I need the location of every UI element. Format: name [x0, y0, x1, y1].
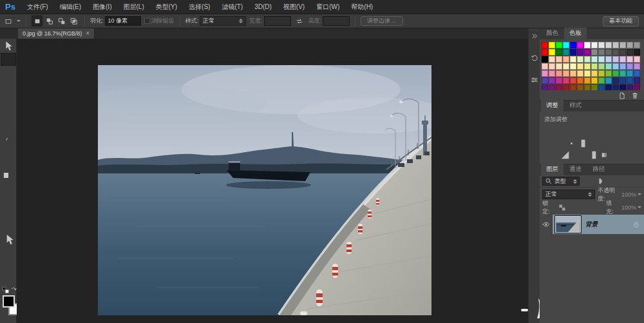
menu-item-7[interactable]: 3D(D) [249, 0, 278, 14]
photo-filter-adjustment-button[interactable] [593, 139, 604, 148]
channel-mixer-adjustment-button[interactable] [607, 139, 618, 148]
dodge-tool[interactable] [1, 195, 16, 208]
menu-item-2[interactable]: 图像(I) [87, 0, 117, 14]
feather-input[interactable]: 10 像素 [105, 16, 141, 26]
swatch-21[interactable] [591, 49, 598, 55]
swatch-14[interactable] [542, 49, 548, 55]
swatch-54[interactable] [627, 63, 633, 70]
swatch-20[interactable] [584, 49, 591, 55]
swatch-4[interactable] [570, 42, 576, 48]
swatch-38[interactable] [612, 56, 619, 63]
pen-tool[interactable] [1, 208, 16, 220]
color-lookup-adjustment-button[interactable] [620, 139, 631, 148]
swatch-41[interactable] [634, 56, 640, 63]
swatch-43[interactable] [549, 63, 555, 70]
swatch-76[interactable] [584, 77, 591, 84]
filter-shape-layers-icon[interactable] [616, 177, 626, 186]
menu-item-1[interactable]: 编辑(E) [54, 0, 87, 14]
swatch-2[interactable] [556, 42, 562, 48]
swatch-89[interactable] [577, 84, 583, 90]
swatch-86[interactable] [556, 84, 562, 90]
swatch-48[interactable] [584, 63, 591, 70]
color-balance-adjustment-button[interactable] [566, 139, 577, 148]
fill-value[interactable]: 100% [621, 204, 641, 211]
filter-pixel-layers-icon[interactable] [583, 177, 593, 186]
swatch-83[interactable] [634, 77, 640, 84]
refine-edge-button[interactable]: 调整边缘 ... [361, 16, 403, 26]
swatch-19[interactable] [577, 49, 583, 55]
intersect-selection-button[interactable] [68, 15, 79, 26]
threshold-adjustment-button[interactable] [587, 150, 598, 160]
history-panel-icon[interactable] [529, 53, 540, 63]
swatch-25[interactable] [620, 49, 626, 55]
filter-adjustment-layers-icon[interactable] [594, 177, 604, 186]
swatch-17[interactable] [563, 49, 569, 55]
swatch-71[interactable] [549, 77, 555, 84]
swatch-63[interactable] [591, 70, 598, 77]
new-swatch-icon[interactable] [618, 92, 626, 99]
swatch-56[interactable] [542, 70, 548, 77]
levels-adjustment-button[interactable] [573, 127, 584, 137]
swatch-61[interactable] [577, 70, 583, 77]
swatch-50[interactable] [598, 63, 605, 70]
swatch-34[interactable] [584, 56, 591, 63]
spot-healing-brush-tool[interactable] [1, 117, 16, 130]
swatch-81[interactable] [620, 77, 626, 84]
swatch-42[interactable] [542, 63, 548, 70]
swatch-67[interactable] [620, 70, 626, 77]
swatch-70[interactable] [542, 77, 548, 84]
swatch-82[interactable] [627, 77, 633, 84]
swatch-8[interactable] [598, 42, 605, 48]
blur-tool[interactable] [1, 182, 16, 195]
menu-item-9[interactable]: 窗口(W) [310, 0, 345, 14]
posterize-adjustment-button[interactable] [573, 150, 584, 160]
swatch-52[interactable] [612, 63, 619, 70]
swatch-30[interactable] [556, 56, 562, 63]
swatch-85[interactable] [549, 84, 555, 90]
swatch-45[interactable] [563, 63, 569, 70]
swatch-95[interactable] [620, 84, 626, 90]
layer-visibility-toggle[interactable] [540, 215, 553, 234]
swatch-84[interactable] [542, 84, 548, 90]
swatch-33[interactable] [577, 56, 583, 63]
swatch-93[interactable] [605, 84, 612, 90]
menu-item-8[interactable]: 视图(V) [278, 0, 310, 14]
eyedropper-tool[interactable] [1, 104, 16, 117]
selective-color-adjustment-button[interactable] [614, 150, 625, 160]
swap-colors-icon[interactable] [10, 286, 17, 294]
swap-width-height-button[interactable] [294, 15, 305, 26]
delete-swatch-icon[interactable] [631, 92, 639, 99]
swatch-28[interactable] [542, 56, 548, 63]
lock-transparency-button[interactable] [558, 203, 567, 212]
swatch-88[interactable] [570, 84, 576, 90]
subtract-from-selection-button[interactable] [56, 15, 67, 26]
path-selection-tool[interactable] [1, 233, 16, 246]
brightness-contrast-adjustment-button[interactable] [560, 127, 571, 137]
width-input[interactable] [264, 16, 291, 26]
swatch-90[interactable] [584, 84, 591, 90]
add-to-selection-button[interactable] [44, 15, 55, 26]
swatch-87[interactable] [563, 84, 569, 90]
swatch-44[interactable] [556, 63, 562, 70]
gradient-tool[interactable] [1, 169, 16, 182]
vibrance-adjustment-button[interactable] [614, 127, 625, 137]
swatch-64[interactable] [598, 70, 605, 77]
curves-adjustment-button[interactable] [587, 127, 598, 137]
swatch-29[interactable] [549, 56, 555, 63]
swatch-16[interactable] [556, 49, 562, 55]
height-input[interactable] [323, 16, 350, 26]
swatch-36[interactable] [598, 56, 605, 63]
swatch-23[interactable] [605, 49, 612, 55]
swatch-77[interactable] [591, 77, 598, 84]
swatch-59[interactable] [563, 70, 569, 77]
filter-smart-objects-icon[interactable] [627, 177, 637, 186]
swatch-79[interactable] [605, 77, 612, 84]
swatch-65[interactable] [605, 70, 612, 77]
swatch-91[interactable] [591, 84, 598, 90]
open-document-image[interactable] [98, 65, 431, 315]
swatch-39[interactable] [620, 56, 626, 63]
swatch-10[interactable] [612, 42, 619, 48]
swatch-31[interactable] [563, 56, 569, 63]
swatch-1[interactable] [549, 42, 555, 48]
menu-item-0[interactable]: 文件(F) [21, 0, 54, 14]
